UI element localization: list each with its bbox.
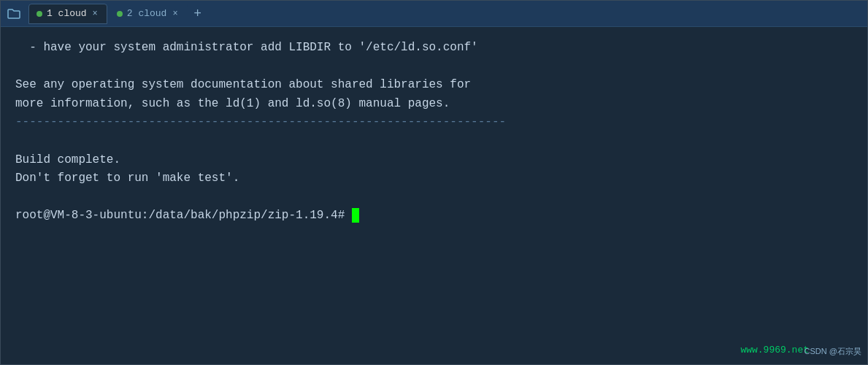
terminal-line-3: See any operating system documentation a… bbox=[15, 76, 853, 95]
tab-2-cloud[interactable]: 2 cloud × bbox=[109, 4, 188, 24]
terminal-line-9 bbox=[15, 188, 853, 207]
tab-1-cloud[interactable]: 1 cloud × bbox=[28, 4, 107, 24]
watermark: www.9969.net bbox=[740, 343, 809, 358]
add-tab-button[interactable]: + bbox=[189, 5, 207, 23]
terminal-line-6 bbox=[15, 132, 853, 151]
terminal-make-test: Don't forget to run 'make test'. bbox=[15, 169, 853, 188]
terminal-prompt: root@VM-8-3-ubuntu:/data/bak/phpzip/zip-… bbox=[15, 207, 853, 226]
attribution: CSDN @石宗昊 bbox=[804, 345, 861, 358]
terminal-line-1: - have your system administrator add LIB… bbox=[15, 39, 853, 58]
tab-2-label: 2 cloud bbox=[127, 8, 167, 19]
tab-1-label: 1 cloud bbox=[47, 8, 87, 19]
tab-1-close[interactable]: × bbox=[91, 9, 99, 19]
terminal-line-4: more information, such as the ld(1) and … bbox=[15, 95, 853, 114]
terminal-build-complete: Build complete. bbox=[15, 151, 853, 170]
terminal-line-2 bbox=[15, 58, 853, 77]
tab-bar: 1 cloud × 2 cloud × + bbox=[1, 1, 867, 27]
terminal-cursor bbox=[352, 208, 359, 223]
tab-2-dot bbox=[117, 11, 123, 17]
folder-icon[interactable] bbox=[4, 4, 24, 24]
terminal-window: 1 cloud × 2 cloud × + - have your system… bbox=[0, 0, 868, 365]
terminal-output[interactable]: - have your system administrator add LIB… bbox=[1, 27, 867, 364]
terminal-separator: ----------------------------------------… bbox=[15, 113, 853, 132]
tab-2-close[interactable]: × bbox=[171, 9, 179, 19]
tab-1-dot bbox=[37, 11, 42, 17]
